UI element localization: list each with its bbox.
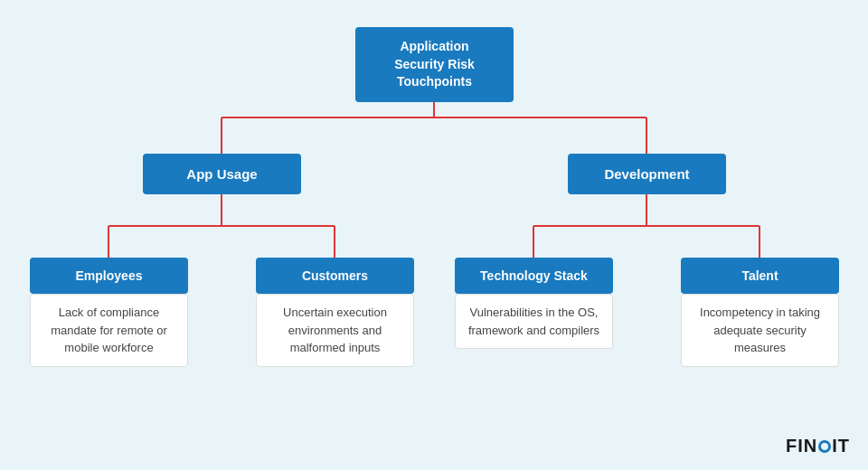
diagram-container: Application Security Risk Touchpoints Ap… (0, 0, 868, 470)
technology-stack-description: Vulnerabilities in the OS, framework and… (455, 294, 613, 349)
app-usage-label: App Usage (143, 154, 301, 194)
employees-node: Employees Lack of compliance mandate for… (30, 258, 188, 367)
employees-description: Lack of compliance mandate for remote or… (30, 294, 188, 367)
customers-label: Customers (256, 258, 414, 294)
root-node: Application Security Risk Touchpoints (355, 27, 514, 102)
logo: FIN IT (786, 436, 850, 456)
root-node-label: Application Security Risk Touchpoints (355, 27, 514, 102)
logo-fin: FIN (786, 436, 817, 456)
logo-o-circle (818, 440, 831, 453)
customers-node: Customers Uncertain execution environmen… (256, 258, 414, 367)
talent-node: Talent Incompetency in taking adequate s… (681, 258, 839, 367)
technology-stack-node: Technology Stack Vulnerabilities in the … (455, 258, 613, 349)
development-label: Development (568, 154, 726, 194)
logo-it: IT (832, 436, 850, 456)
talent-description: Incompetency in taking adequate security… (681, 294, 839, 367)
employees-label: Employees (30, 258, 188, 294)
talent-label: Talent (681, 258, 839, 294)
customers-description: Uncertain execution environments and mal… (256, 294, 414, 367)
technology-stack-label: Technology Stack (455, 258, 613, 294)
development-node: Development (568, 154, 726, 194)
app-usage-node: App Usage (143, 154, 301, 194)
